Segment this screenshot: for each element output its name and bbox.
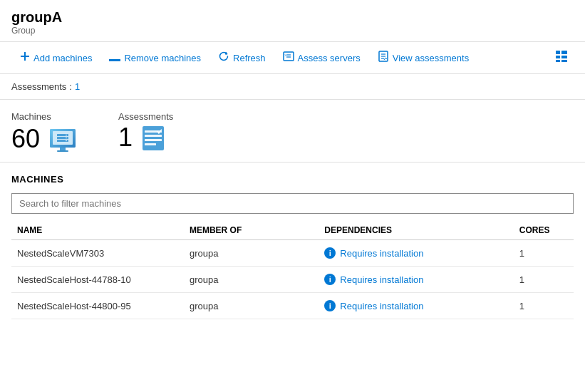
machines-section: MACHINES NAME MEMBER OF DEPENDENCIES COR… xyxy=(0,163,585,319)
remove-machines-button[interactable]: Remove machines xyxy=(100,47,209,68)
assessments-stat-row: 1 xyxy=(118,125,173,150)
svg-rect-19 xyxy=(60,148,66,150)
machine-name-cell: NestedScaleHost-44800-95 xyxy=(11,293,184,319)
dependencies-cell: i Requires installation xyxy=(319,293,514,319)
cores-cell: 1 xyxy=(514,267,574,293)
svg-point-25 xyxy=(66,138,67,139)
view-assessments-button[interactable]: View assessments xyxy=(369,46,477,69)
svg-rect-2 xyxy=(109,59,120,61)
table-header-row: NAME MEMBER OF DEPENDENCIES CORES xyxy=(11,220,574,240)
assessments-colon: : xyxy=(69,81,72,92)
assessments-stat: Assessments 1 xyxy=(118,111,173,153)
svg-rect-15 xyxy=(561,60,567,62)
search-input[interactable] xyxy=(11,193,574,214)
svg-point-26 xyxy=(66,140,67,142)
assessments-stat-label: Assessments xyxy=(118,111,173,122)
svg-rect-3 xyxy=(284,52,294,61)
svg-rect-10 xyxy=(556,51,560,54)
svg-rect-30 xyxy=(145,139,162,141)
cores-cell: 1 xyxy=(514,293,574,319)
machine-name-cell: NestedScaleVM7303 xyxy=(11,240,184,267)
assessments-label: Assessments xyxy=(11,81,66,92)
machines-stat-row: 60 xyxy=(11,125,76,153)
stats-section: Machines 60 xyxy=(0,100,585,163)
machine-name-cell: NestedScaleHost-44788-10 xyxy=(11,267,184,293)
col-header-cores: CORES xyxy=(514,220,574,240)
assess-icon xyxy=(283,51,294,65)
info-icon: i xyxy=(324,247,336,259)
page-subtitle: Group xyxy=(11,26,574,36)
grid-view-button[interactable] xyxy=(549,50,574,66)
machines-table: NAME MEMBER OF DEPENDENCIES CORES Nested… xyxy=(11,220,574,319)
table-row[interactable]: NestedScaleVM7303 groupa i Requires inst… xyxy=(11,240,574,267)
col-header-member: MEMBER OF xyxy=(184,220,319,240)
refresh-icon xyxy=(218,51,229,65)
svg-rect-14 xyxy=(556,60,560,62)
machines-label: Machines xyxy=(11,111,76,122)
member-of-cell: groupa xyxy=(184,267,319,293)
svg-point-24 xyxy=(66,135,67,136)
cores-cell: 1 xyxy=(514,240,574,267)
assess-servers-button[interactable]: Assess servers xyxy=(274,46,369,69)
toolbar: Add machines Remove machines Refresh xyxy=(0,42,585,74)
dependencies-cell: i Requires installation xyxy=(319,240,514,267)
assessments-bar: Assessments : 1 xyxy=(0,74,585,100)
add-icon xyxy=(20,51,30,64)
table-row[interactable]: NestedScaleHost-44800-95 groupa i Requir… xyxy=(11,293,574,319)
machines-count: 60 xyxy=(11,126,40,152)
col-header-dependencies: DEPENDENCIES xyxy=(319,220,514,240)
member-of-cell: groupa xyxy=(184,240,319,267)
svg-rect-31 xyxy=(145,143,156,145)
machines-section-title: MACHINES xyxy=(11,174,574,185)
member-of-cell: groupa xyxy=(184,293,319,319)
svg-rect-29 xyxy=(145,135,162,137)
table-row[interactable]: NestedScaleHost-44788-10 groupa i Requir… xyxy=(11,267,574,293)
page-header: groupA Group xyxy=(0,0,585,42)
requires-installation-link[interactable]: Requires installation xyxy=(340,301,423,311)
svg-rect-27 xyxy=(143,126,164,150)
add-machines-button[interactable]: Add machines xyxy=(11,47,100,68)
svg-rect-11 xyxy=(561,51,567,54)
col-header-name: NAME xyxy=(11,220,184,240)
checklist-icon xyxy=(140,125,165,150)
requires-installation-link[interactable]: Requires installation xyxy=(340,248,423,259)
svg-rect-20 xyxy=(57,150,68,152)
view-assessments-icon xyxy=(378,51,389,65)
dependencies-cell: i Requires installation xyxy=(319,267,514,293)
search-wrapper xyxy=(11,193,574,214)
remove-icon xyxy=(109,51,120,64)
info-icon: i xyxy=(324,300,336,311)
info-icon: i xyxy=(324,274,336,285)
refresh-button[interactable]: Refresh xyxy=(209,46,274,69)
svg-rect-13 xyxy=(561,56,567,58)
assessments-count-link[interactable]: 1 xyxy=(75,81,80,92)
assessments-count: 1 xyxy=(118,125,133,150)
grid-icon xyxy=(549,48,574,68)
svg-rect-12 xyxy=(556,56,560,58)
page-title: groupA xyxy=(11,9,574,26)
requires-installation-link[interactable]: Requires installation xyxy=(340,274,423,285)
monitor-icon xyxy=(47,125,76,153)
machines-stat: Machines 60 xyxy=(11,111,76,153)
